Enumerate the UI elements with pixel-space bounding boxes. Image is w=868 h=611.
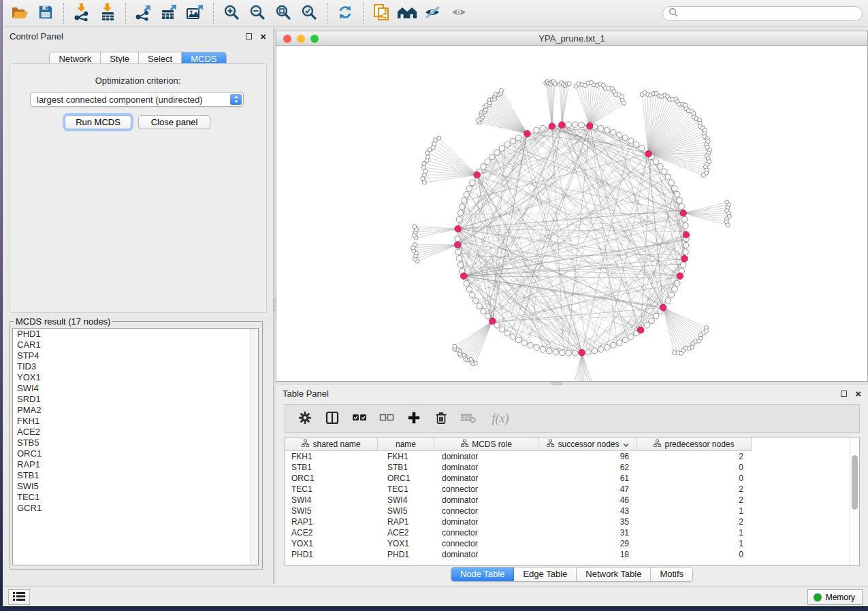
cell-name[interactable]: RAP1: [378, 516, 434, 527]
cell-shared-name[interactable]: YOX1: [285, 538, 378, 549]
tab-node-table[interactable]: Node Table: [451, 567, 515, 581]
zoom-out-button[interactable]: [246, 3, 269, 24]
maximize-window-icon[interactable]: [310, 35, 319, 43]
cell-shared-name[interactable]: FKH1: [285, 451, 378, 462]
cell-successor-nodes[interactable]: 31: [539, 527, 637, 538]
network-canvas[interactable]: [276, 46, 868, 382]
mcds-result-item[interactable]: ORC1: [13, 448, 258, 459]
open-session-button[interactable]: [8, 3, 31, 24]
cell-predecessor-nodes[interactable]: 1: [637, 506, 752, 516]
select-all-button[interactable]: [349, 408, 370, 429]
tab-network-table[interactable]: Network Table: [577, 567, 651, 581]
mcds-result-item[interactable]: PMA2: [13, 405, 258, 416]
column-header-mcds-role[interactable]: MCDS role: [434, 437, 539, 451]
cell-name[interactable]: TEC1: [378, 484, 434, 495]
tab-motifs[interactable]: Motifs: [651, 567, 692, 581]
cell-name[interactable]: YOX1: [378, 538, 434, 549]
cell-successor-nodes[interactable]: 61: [539, 473, 637, 484]
cell-shared-name[interactable]: STB1: [285, 462, 378, 473]
mcds-result-item[interactable]: YOX1: [13, 372, 258, 383]
close-panel-icon[interactable]: ×: [260, 33, 266, 39]
mcds-result-item[interactable]: CAR1: [13, 340, 258, 350]
table-row[interactable]: PHD1PHD1dominator180: [285, 549, 850, 560]
show-all-button[interactable]: [447, 3, 470, 24]
mcds-result-item[interactable]: RAP1: [13, 459, 258, 470]
mcds-result-item[interactable]: STB5: [13, 437, 258, 448]
table-settings-button[interactable]: [295, 408, 315, 429]
cell-predecessor-nodes[interactable]: 2: [637, 495, 752, 506]
import-network-button[interactable]: [70, 3, 93, 24]
refresh-button[interactable]: [334, 3, 357, 24]
add-button[interactable]: [404, 408, 424, 429]
cell-predecessor-nodes[interactable]: 2: [637, 484, 752, 495]
cell-predecessor-nodes[interactable]: 0: [637, 549, 752, 560]
zoom-in-button[interactable]: [220, 3, 243, 24]
cell-mcds-role[interactable]: connector: [434, 506, 539, 516]
mcds-result-item[interactable]: TID3: [13, 361, 258, 372]
tab-edge-table[interactable]: Edge Table: [514, 567, 577, 581]
cell-mcds-role[interactable]: dominator: [434, 462, 539, 473]
cell-shared-name[interactable]: SWI5: [285, 506, 378, 516]
cell-predecessor-nodes[interactable]: 2: [637, 451, 752, 462]
table-row[interactable]: SWI5SWI5connector431: [285, 506, 850, 516]
cell-shared-name[interactable]: RAP1: [285, 516, 378, 527]
cell-predecessor-nodes[interactable]: 1: [637, 538, 752, 549]
cell-mcds-role[interactable]: dominator: [434, 473, 539, 484]
close-window-icon[interactable]: [283, 35, 291, 43]
zoom-fit-button[interactable]: [272, 3, 295, 24]
search-box[interactable]: [662, 6, 863, 21]
cell-mcds-role[interactable]: dominator: [434, 549, 539, 560]
table-row[interactable]: FKH1FKH1dominator962: [285, 451, 850, 462]
mcds-result-item[interactable]: STP4: [13, 350, 258, 361]
cell-shared-name[interactable]: SWI4: [285, 495, 378, 506]
table-row[interactable]: ORC1ORC1dominator610: [285, 473, 850, 484]
export-table-button[interactable]: [158, 3, 181, 24]
mcds-result-item[interactable]: STB1: [13, 470, 258, 481]
cell-predecessor-nodes[interactable]: 2: [637, 516, 752, 527]
table-row[interactable]: TEC1TEC1connector472: [285, 484, 850, 495]
search-input[interactable]: [681, 9, 856, 18]
float-panel-icon[interactable]: [246, 33, 252, 39]
column-header-shared-name[interactable]: shared name: [285, 437, 378, 451]
cell-name[interactable]: ACE2: [378, 527, 434, 538]
cell-name[interactable]: PHD1: [378, 549, 434, 560]
mcds-result-item[interactable]: PHD1: [13, 329, 258, 340]
cell-shared-name[interactable]: TEC1: [285, 484, 378, 495]
hide-selected-button[interactable]: [421, 3, 445, 24]
criterion-dropdown[interactable]: largest connected component (undirected): [30, 92, 244, 107]
cell-predecessor-nodes[interactable]: 0: [637, 473, 752, 484]
table-row[interactable]: SWI4SWI4dominator462: [285, 495, 850, 506]
deselect-all-button[interactable]: [376, 408, 397, 429]
cell-name[interactable]: STB1: [378, 462, 434, 473]
cell-successor-nodes[interactable]: 96: [539, 451, 637, 462]
show-column-button[interactable]: [322, 408, 342, 429]
minimize-window-icon[interactable]: [297, 35, 305, 43]
mcds-result-item[interactable]: SWI5: [13, 481, 258, 492]
cell-successor-nodes[interactable]: 18: [539, 549, 637, 560]
export-image-button[interactable]: [184, 3, 207, 24]
float-panel-icon[interactable]: [841, 391, 847, 397]
cell-mcds-role[interactable]: dominator: [434, 495, 539, 506]
cell-mcds-role[interactable]: dominator: [434, 451, 539, 462]
cell-successor-nodes[interactable]: 29: [539, 538, 637, 549]
column-header-name[interactable]: name: [378, 437, 434, 451]
export-network-button[interactable]: [132, 3, 155, 24]
table-row[interactable]: STB1STB1dominator620: [285, 462, 850, 473]
cell-mcds-role[interactable]: connector: [434, 527, 539, 538]
duplicate-network-button[interactable]: [370, 3, 393, 24]
cell-shared-name[interactable]: ACE2: [285, 527, 378, 538]
cell-successor-nodes[interactable]: 47: [539, 484, 637, 495]
task-history-button[interactable]: [8, 589, 30, 605]
run-mcds-button[interactable]: Run MCDS: [65, 115, 131, 129]
cell-shared-name[interactable]: PHD1: [285, 549, 378, 560]
zoom-selected-button[interactable]: [298, 3, 321, 24]
table-row[interactable]: ACE2ACE2connector311: [285, 527, 850, 538]
network-window-titlebar[interactable]: YPA_prune.txt_1: [276, 31, 868, 46]
mcds-result-item[interactable]: GCR1: [13, 503, 258, 514]
close-panel-icon[interactable]: ×: [855, 391, 861, 397]
cell-shared-name[interactable]: ORC1: [285, 473, 378, 484]
list-scrollbar-track[interactable]: [250, 329, 258, 565]
cell-predecessor-nodes[interactable]: 1: [637, 527, 752, 538]
cell-name[interactable]: ORC1: [378, 473, 434, 484]
cell-predecessor-nodes[interactable]: 0: [637, 462, 752, 473]
